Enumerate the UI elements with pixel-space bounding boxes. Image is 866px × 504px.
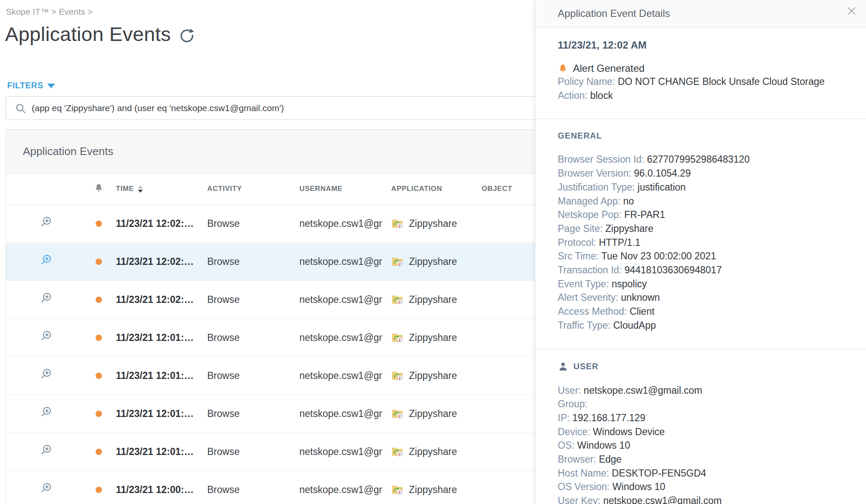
field-value: netskope.csw1@gmail.com xyxy=(584,385,702,396)
alert-section: 11/23/21, 12:02 AM Alert Generated Polic… xyxy=(535,27,866,118)
general-heading: GENERAL xyxy=(558,131,602,141)
alert-dot-icon xyxy=(96,373,102,379)
event-username: netskope.csw1@gm xyxy=(299,294,382,305)
zoom-in-icon[interactable] xyxy=(39,481,53,496)
event-activity: Browse xyxy=(207,484,240,495)
column-header-time[interactable]: TIME xyxy=(111,174,202,204)
column-header-activity[interactable]: ACTIVITY xyxy=(202,174,294,204)
detail-field: Alert Severity: unknown xyxy=(558,291,849,305)
field-value: CloudApp xyxy=(613,320,656,331)
table-row[interactable]: 11/23/21 12:01:… Browse netskope.csw1@gm… xyxy=(6,357,543,395)
table-row[interactable]: 11/23/21 12:01:… Browse netskope.csw1@gm… xyxy=(6,433,543,471)
breadcrumb[interactable]: Skope IT™ > Events > xyxy=(6,7,93,17)
user-heading: USER xyxy=(573,362,599,371)
field-label: Justification Type: xyxy=(558,182,635,193)
detail-field: Group: xyxy=(558,397,849,411)
field-label: Policy Name: xyxy=(558,76,615,87)
svg-text:z: z xyxy=(399,375,401,380)
field-value: 192.168.177.129 xyxy=(573,412,646,423)
search-query-text: (app eq 'Zippyshare') and (user eq 'nets… xyxy=(32,103,284,113)
event-time: 11/23/21 12:01:… xyxy=(116,446,194,457)
close-icon[interactable] xyxy=(844,3,859,19)
field-label: User: xyxy=(558,385,581,396)
table-row[interactable]: 11/23/21 12:02:… Browse netskope.csw1@gm… xyxy=(6,281,543,319)
event-application: Zippyshare xyxy=(409,484,457,496)
column-header-username[interactable]: USERNAME xyxy=(294,174,386,204)
event-username: netskope.csw1@gm xyxy=(299,218,382,229)
zoom-in-icon[interactable] xyxy=(39,215,53,229)
field-value: 6277079952986483120 xyxy=(647,154,750,165)
event-application: Zippyshare xyxy=(409,370,457,381)
detail-field: Protocol: HTTP/1.1 xyxy=(558,236,849,250)
event-username: netskope.csw1@gm xyxy=(299,484,382,496)
svg-text:z: z xyxy=(399,223,401,228)
page-title: Application Events xyxy=(5,22,171,46)
table-row[interactable]: 11/23/21 12:02:… Browse netskope.csw1@gm… xyxy=(6,204,543,242)
zoom-in-icon[interactable] xyxy=(39,329,53,343)
main-content: Skope IT™ > Events > Application Events … xyxy=(0,0,543,504)
field-label: Event Type: xyxy=(558,278,609,289)
field-label: Group: xyxy=(558,398,587,409)
field-label: Browser Session Id: xyxy=(558,154,644,165)
field-value: 944181036306948017 xyxy=(625,264,722,275)
zoom-in-icon[interactable] xyxy=(39,291,53,305)
detail-field: Policy Name: DO NOT CHANGE Block Unsafe … xyxy=(558,75,849,89)
detail-field: Host Name: DESKTOP-FEN5GD4 xyxy=(558,466,849,480)
field-label: Action: xyxy=(558,90,587,101)
zoom-in-icon[interactable] xyxy=(39,405,53,420)
zippyshare-app-icon: z xyxy=(391,484,404,496)
alert-dot-icon xyxy=(96,221,102,227)
svg-text:z: z xyxy=(399,489,401,494)
column-header-application[interactable]: APPLICATION xyxy=(386,174,477,204)
event-username: netskope.csw1@gm xyxy=(299,370,382,381)
event-time: 11/23/21 12:02:… xyxy=(116,256,194,267)
alert-fields: Policy Name: DO NOT CHANGE Block Unsafe … xyxy=(558,75,849,102)
detail-field: IP: 192.168.177.129 xyxy=(558,411,849,425)
table-row[interactable]: 11/23/21 12:00:… Browse netskope.csw1@gm… xyxy=(6,471,543,504)
svg-text:z: z xyxy=(399,451,401,456)
column-header-object[interactable]: OBJECT xyxy=(477,174,543,204)
detail-field: OS Version: Windows 10 xyxy=(558,480,849,494)
zippyshare-app-icon: z xyxy=(391,218,404,229)
search-icon xyxy=(15,103,26,114)
detail-field: Netskope Pop: FR-PAR1 xyxy=(558,208,849,222)
table-row[interactable]: 11/23/21 12:02:… Browse netskope.csw1@gm… xyxy=(6,242,543,281)
search-input[interactable]: (app eq 'Zippyshare') and (user eq 'nets… xyxy=(5,96,543,120)
filters-toggle[interactable]: FILTERS xyxy=(7,81,55,90)
event-username: netskope.csw1@gm xyxy=(299,408,382,420)
user-fields: User: netskope.csw1@gmail.comGroup: IP: … xyxy=(558,384,849,504)
alert-dot-icon xyxy=(96,297,102,303)
events-card: Application Events xyxy=(5,129,543,504)
field-label: Browser Version: xyxy=(558,168,631,179)
zippyshare-app-icon: z xyxy=(391,370,404,381)
event-time: 11/23/21 12:01:… xyxy=(116,332,194,343)
field-label: OS: xyxy=(558,440,575,451)
alert-dot-icon xyxy=(96,411,102,417)
zoom-in-icon[interactable] xyxy=(39,443,53,458)
field-label: Managed App: xyxy=(558,196,620,207)
field-value: Zippyshare xyxy=(606,223,654,234)
field-value: no xyxy=(623,196,634,207)
events-table-body: 11/23/21 12:02:… Browse netskope.csw1@gm… xyxy=(6,204,543,504)
field-value: Windows 10 xyxy=(612,481,665,492)
detail-field: Src Time: Tue Nov 23 00:02:00 2021 xyxy=(558,249,849,263)
detail-field: Event Type: nspolicy xyxy=(558,277,849,291)
zoom-in-icon[interactable] xyxy=(39,253,53,267)
detail-field: User: netskope.csw1@gmail.com xyxy=(558,384,849,398)
table-row[interactable]: 11/23/21 12:01:… Browse netskope.csw1@gm… xyxy=(6,319,543,357)
alert-dot-icon xyxy=(96,487,102,493)
panel-body: 11/23/21, 12:02 AM Alert Generated Polic… xyxy=(535,27,866,504)
event-time: 11/23/21 12:02:… xyxy=(116,218,194,229)
field-label: Device: xyxy=(558,426,590,437)
table-row[interactable]: 11/23/21 12:01:… Browse netskope.csw1@gm… xyxy=(6,395,543,433)
zoom-in-icon[interactable] xyxy=(39,367,53,381)
field-value: justification xyxy=(638,182,686,193)
refresh-icon[interactable] xyxy=(178,27,196,44)
event-time: 11/23/21 12:00:… xyxy=(116,484,194,495)
zippyshare-app-icon: z xyxy=(391,332,404,343)
field-label: Protocol: xyxy=(558,237,596,248)
field-label: IP: xyxy=(558,412,570,423)
field-label: Netskope Pop: xyxy=(558,209,622,220)
field-value: Windows Device xyxy=(593,426,665,437)
field-label: Access Method: xyxy=(558,306,627,317)
